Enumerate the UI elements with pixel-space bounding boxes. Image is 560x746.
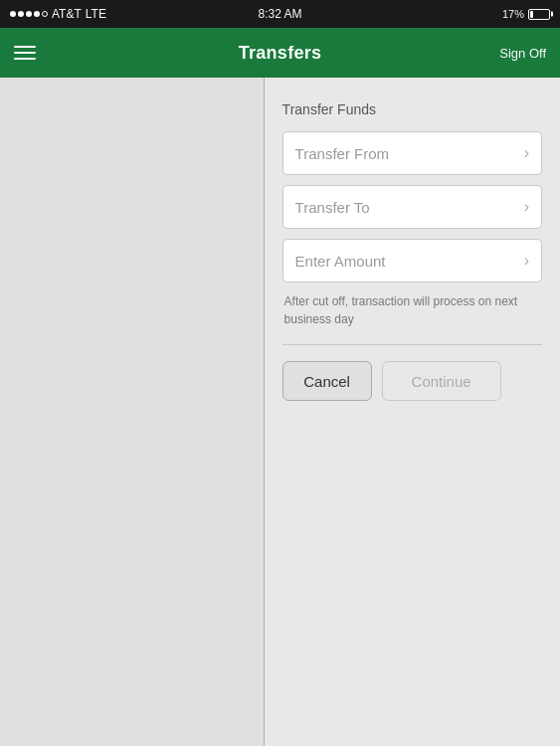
- menu-button[interactable]: [14, 46, 36, 60]
- status-bar: AT&T LTE 8:32 AM 17%: [0, 0, 560, 28]
- carrier-label: AT&T: [52, 7, 82, 21]
- battery-fill: [530, 11, 533, 18]
- battery-icon: [528, 9, 550, 20]
- button-row: Cancel Continue: [282, 361, 542, 401]
- nav-bar: Transfers Sign Off: [0, 28, 560, 78]
- transfer-from-row[interactable]: Transfer From ›: [282, 131, 542, 175]
- right-panel: Transfer Funds Transfer From › Transfer …: [265, 78, 560, 746]
- page-title: Transfers: [239, 43, 322, 64]
- left-panel: [0, 78, 264, 746]
- horizontal-divider: [282, 344, 542, 345]
- section-title: Transfer Funds: [282, 101, 542, 117]
- status-left: AT&T LTE: [10, 7, 106, 21]
- status-time: 8:32 AM: [258, 7, 301, 21]
- main-layout: Transfer Funds Transfer From › Transfer …: [0, 78, 560, 746]
- continue-button[interactable]: Continue: [382, 361, 501, 401]
- transfer-to-chevron: ›: [524, 198, 529, 216]
- battery-label: 17%: [502, 8, 524, 20]
- cancel-button[interactable]: Cancel: [282, 361, 372, 401]
- sign-off-button[interactable]: Sign Off: [499, 46, 546, 61]
- transfer-to-row[interactable]: Transfer To ›: [282, 185, 542, 229]
- enter-amount-row[interactable]: Enter Amount ›: [282, 239, 542, 282]
- network-label: LTE: [86, 7, 106, 21]
- menu-line-3: [14, 58, 36, 60]
- status-right: 17%: [502, 8, 550, 20]
- transfer-from-label: Transfer From: [295, 145, 389, 162]
- menu-line-2: [14, 52, 36, 54]
- menu-line-1: [14, 46, 36, 48]
- signal-dots: [10, 11, 48, 17]
- enter-amount-chevron: ›: [524, 252, 529, 270]
- notice-text: After cut off, transaction will process …: [282, 292, 542, 328]
- enter-amount-label: Enter Amount: [295, 253, 386, 270]
- transfer-to-label: Transfer To: [295, 199, 370, 216]
- transfer-from-chevron: ›: [524, 144, 529, 162]
